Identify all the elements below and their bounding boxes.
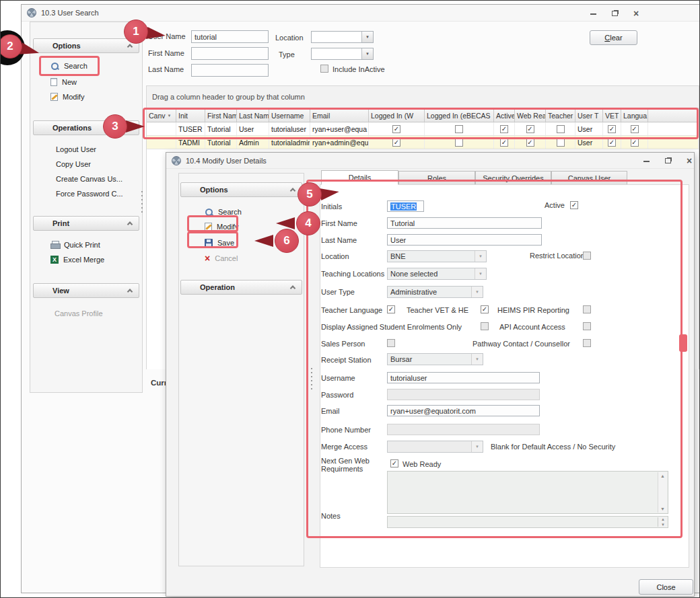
type-label: Type bbox=[279, 50, 295, 59]
chevron-up-icon bbox=[290, 285, 295, 291]
callout-5: 5 bbox=[298, 182, 322, 207]
sidebar-item-create-canvas-user[interactable]: Create Canvas Us... bbox=[56, 173, 123, 185]
sidebar-item-modify[interactable]: Modify bbox=[50, 91, 84, 103]
search-sidebar: Options Search New Modify Operations Log… bbox=[30, 22, 143, 393]
edit-icon bbox=[50, 93, 58, 101]
maximize-icon bbox=[665, 158, 671, 163]
close-button-label: Close bbox=[656, 583, 675, 591]
callout-1-arrow-icon bbox=[146, 27, 166, 42]
window-title: 10.4 Modify User Details bbox=[186, 157, 267, 165]
view-header-label: View bbox=[53, 287, 69, 295]
location-value bbox=[312, 32, 361, 42]
last-name-label: Last Name bbox=[148, 65, 184, 73]
callout-4: 4 bbox=[296, 211, 320, 235]
print-panel-header[interactable]: Print bbox=[33, 216, 139, 231]
maximize-button[interactable] bbox=[659, 155, 676, 165]
options-panel-header[interactable]: Options bbox=[33, 38, 139, 53]
excel-icon bbox=[50, 256, 59, 264]
force-password-label: Force Password C... bbox=[56, 190, 123, 198]
dropdown-arrow-icon[interactable] bbox=[361, 48, 373, 59]
window-controls: × bbox=[584, 8, 645, 18]
type-dropdown[interactable] bbox=[311, 48, 374, 60]
user-name-value: tutorial bbox=[195, 33, 217, 41]
operations-header-label: Operations bbox=[53, 124, 92, 132]
minimize-button[interactable] bbox=[637, 155, 655, 165]
user-name-input[interactable]: tutorial bbox=[191, 30, 269, 43]
cancel-label: Cancel bbox=[215, 254, 238, 262]
vet-checkbox[interactable]: ✓ bbox=[608, 139, 616, 147]
sidebar-splitter-handle[interactable] bbox=[141, 190, 143, 213]
close-icon: × bbox=[633, 9, 639, 18]
sidebar-item-excel-merge[interactable]: Excel Merge bbox=[50, 254, 104, 266]
group-by-panel[interactable]: Drag a column header to group by that co… bbox=[146, 85, 699, 108]
copy-user-label: Copy User bbox=[56, 160, 91, 168]
last-name-input[interactable] bbox=[191, 64, 269, 77]
active-checkbox[interactable]: ✓ bbox=[500, 139, 508, 147]
minimize-icon bbox=[590, 12, 596, 15]
excel-merge-label: Excel Merge bbox=[63, 256, 104, 264]
options-panel-header[interactable]: Options bbox=[180, 182, 302, 197]
teacher-checkbox[interactable] bbox=[557, 139, 565, 147]
annotation-box-details-form bbox=[306, 180, 682, 538]
clear-button-label-rest: lear bbox=[610, 34, 622, 42]
dropdown-arrow-icon[interactable] bbox=[361, 32, 373, 42]
screenshot-stage: 10.3 User Search × Options Search New bbox=[0, 0, 700, 598]
clear-button-label-first: C bbox=[604, 34, 610, 42]
close-dialog-button[interactable]: Close bbox=[639, 579, 693, 595]
window-controls: × bbox=[637, 155, 698, 165]
web-ready-checkbox[interactable]: ✓ bbox=[526, 139, 534, 147]
sidebar-item-canvas-profile[interactable]: Canvas Profile bbox=[55, 307, 103, 320]
callout-3: 3 bbox=[103, 114, 127, 139]
callout-3-arrow-icon bbox=[126, 120, 145, 133]
first-name-label: First Name bbox=[148, 49, 184, 57]
location-dropdown[interactable] bbox=[311, 31, 374, 43]
logged-in-web-checkbox[interactable]: ✓ bbox=[392, 139, 400, 147]
clear-button[interactable]: Clear bbox=[590, 30, 637, 45]
chevron-up-icon bbox=[127, 221, 133, 227]
quick-print-label: Quick Print bbox=[64, 241, 100, 249]
sidebar-item-quick-print[interactable]: Quick Print bbox=[50, 239, 100, 251]
callout-5-arrow-icon bbox=[320, 186, 340, 200]
language-checkbox[interactable]: ✓ bbox=[631, 139, 639, 147]
annotation-mark bbox=[679, 334, 687, 352]
cancel-x-icon: × bbox=[205, 254, 210, 262]
logout-user-label: Logout User bbox=[56, 145, 96, 153]
chevron-up-icon bbox=[127, 289, 133, 294]
minimize-icon bbox=[643, 159, 650, 162]
annotation-box-search bbox=[39, 56, 100, 76]
sidebar-item-logout-user[interactable]: Logout User bbox=[56, 143, 96, 155]
annotation-box-result-row bbox=[143, 108, 699, 139]
view-panel-header[interactable]: View bbox=[33, 283, 139, 298]
operation-panel-header[interactable]: Operation bbox=[180, 280, 302, 295]
maximize-button[interactable] bbox=[606, 8, 623, 18]
modify-label: Modify bbox=[63, 93, 84, 101]
print-header-label: Print bbox=[53, 219, 69, 227]
close-button[interactable]: × bbox=[627, 8, 645, 18]
minimize-button[interactable] bbox=[584, 8, 602, 18]
logged-in-ebecas-checkbox[interactable] bbox=[455, 139, 463, 147]
sidebar-item-force-password-change[interactable]: Force Password C... bbox=[56, 188, 123, 200]
modify-user-titlebar[interactable]: 10.4 Modify User Details bbox=[166, 153, 694, 169]
callout-1: 1 bbox=[124, 20, 148, 44]
include-inactive-label: Include InActive bbox=[332, 65, 385, 73]
sidebar-item-new[interactable]: New bbox=[50, 76, 77, 88]
printer-icon bbox=[50, 241, 59, 249]
chevron-up-icon bbox=[127, 44, 133, 49]
close-icon: × bbox=[687, 156, 692, 165]
include-inactive-checkbox[interactable] bbox=[320, 65, 328, 73]
close-button[interactable]: × bbox=[680, 155, 698, 165]
options-header-label: Options bbox=[200, 186, 228, 194]
first-name-input[interactable] bbox=[191, 47, 269, 60]
annotation-box-modify bbox=[187, 215, 238, 232]
chevron-up-icon bbox=[290, 188, 295, 193]
app-logo-icon bbox=[172, 156, 181, 165]
window-title: 10.3 User Search bbox=[41, 9, 99, 17]
callout-6: 6 bbox=[275, 229, 299, 253]
new-label: New bbox=[62, 78, 77, 86]
canvas-profile-label: Canvas Profile bbox=[55, 309, 103, 317]
callout-4-arrow-icon bbox=[276, 217, 295, 229]
sidebar-item-cancel[interactable]: × Cancel bbox=[205, 252, 238, 264]
annotation-box-save bbox=[187, 231, 238, 248]
callout-6-arrow-icon bbox=[254, 235, 273, 247]
sidebar-item-copy-user[interactable]: Copy User bbox=[56, 158, 91, 170]
